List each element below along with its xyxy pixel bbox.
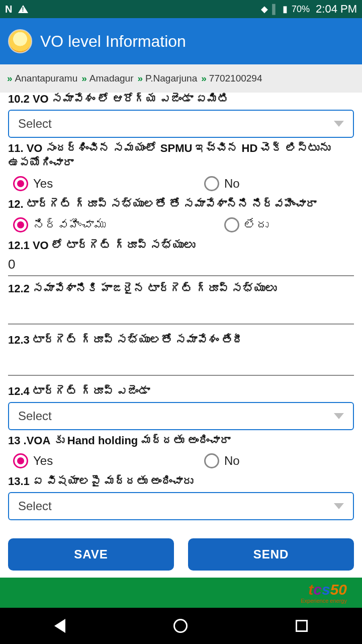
radio-icon [224, 217, 239, 232]
chevron-down-icon [334, 413, 344, 419]
radio-11-no[interactable]: No [204, 176, 240, 191]
divider [8, 275, 354, 276]
input-12-2[interactable] [8, 299, 354, 325]
breadcrumb-item[interactable]: Anantapuramu [15, 73, 78, 84]
n-icon: N [5, 4, 12, 15]
question-12-4-label: 12.4 టార్గెట్ గ్రూప్ ఎజెండా [8, 384, 354, 399]
recent-apps-icon[interactable] [296, 620, 308, 632]
status-bar: N ◆ ▌ ▮ 70% 2:04 PM [0, 0, 362, 18]
value-12-1: 0 [8, 257, 354, 272]
app-bar: VO level Information [0, 18, 362, 64]
back-icon[interactable] [54, 619, 65, 633]
radio-12-conducted[interactable]: నిర్వహించాము [13, 217, 106, 232]
radio-13-yes[interactable]: Yes [13, 453, 53, 468]
chevron-down-icon [334, 121, 344, 127]
chevron-icon: » [201, 73, 205, 84]
signal-icon: ▌ [272, 4, 279, 15]
send-button[interactable]: SEND [188, 538, 354, 571]
breadcrumb-item[interactable]: P.Nagarjuna [145, 73, 197, 84]
radio-icon [13, 217, 28, 232]
select-value: Select [18, 117, 52, 131]
question-13-label: 13 .VOA కు Hand holding మద్దతు అందించారా [8, 433, 354, 448]
brand-tagline: Experience energy [301, 598, 347, 604]
radio-label: లేదు [244, 218, 268, 232]
android-nav-bar [0, 608, 362, 644]
radio-11-yes[interactable]: Yes [13, 176, 53, 191]
select-13-1[interactable]: Select [8, 492, 354, 520]
home-icon[interactable] [173, 619, 188, 633]
radio-12-no[interactable]: లేదు [224, 217, 268, 232]
question-12-1-label: 12.1 VO లో టార్గెట్ గ్రూప్ సభ్యులు [8, 238, 354, 253]
radio-icon [204, 453, 219, 468]
radio-label: No [224, 177, 240, 191]
question-12-3-label: 12.3 టార్గెట్ గ్రూప్ సభ్యులతో సమావేశం తే… [8, 333, 354, 348]
radio-label: నిర్వహించాము [33, 218, 106, 232]
radio-icon [204, 176, 219, 191]
clock-text: 2:04 PM [316, 3, 357, 16]
breadcrumb-item[interactable]: Amadagur [89, 73, 134, 84]
action-bar: SAVE SEND [0, 532, 362, 578]
radio-13-no[interactable]: No [204, 453, 240, 468]
form-area: 10.2 VO సమావేశం లో ఆరోగ్య ఎజెండా ఏమిటి S… [0, 93, 362, 532]
breadcrumb: » Anantapuramu » Amadagur » P.Nagarjuna … [0, 64, 362, 93]
page-title: VO level Information [40, 32, 186, 51]
breadcrumb-item[interactable]: 7702100294 [209, 73, 262, 84]
radio-icon [13, 176, 28, 191]
app-logo-icon [8, 29, 32, 53]
radio-label: No [224, 454, 240, 468]
select-12-4[interactable]: Select [8, 402, 354, 430]
radio-icon [13, 453, 28, 468]
radio-label: Yes [33, 177, 53, 191]
brand-bar: tcs50 Experience energy [0, 578, 362, 608]
select-value: Select [18, 499, 52, 513]
battery-icon: ▮ [283, 4, 288, 15]
chevron-icon: » [7, 73, 11, 84]
tcs-logo: tcs50 Experience energy [301, 582, 347, 604]
select-10-2[interactable]: Select [8, 110, 354, 138]
chevron-icon: » [81, 73, 85, 84]
warning-icon [18, 5, 28, 13]
question-10-2-label: 10.2 VO సమావేశం లో ఆరోగ్య ఎజెండా ఏమిటి [8, 93, 354, 107]
question-12-2-label: 12.2 సమావేశానికి హాజరైన టార్గెట్ గ్రూప్ … [8, 281, 354, 296]
wifi-icon: ◆ [261, 4, 268, 15]
question-11-label: 11. VO సందర్శించిన సమయంలో SPMU ఇచ్చిన HD… [8, 141, 354, 171]
save-button[interactable]: SAVE [8, 538, 174, 571]
battery-text: 70% [292, 4, 310, 15]
radio-label: Yes [33, 454, 53, 468]
input-12-3-date[interactable] [8, 351, 354, 376]
chevron-down-icon [334, 503, 344, 509]
question-12-label: 12. టార్గెట్ గ్రూప్ సభ్యులతో తో సమావేశాన… [8, 197, 354, 212]
chevron-icon: » [137, 73, 141, 84]
select-value: Select [18, 409, 52, 423]
question-13-1-label: 13.1 ఏ విషయాలపై మద్దతు అందించారు [8, 474, 354, 489]
